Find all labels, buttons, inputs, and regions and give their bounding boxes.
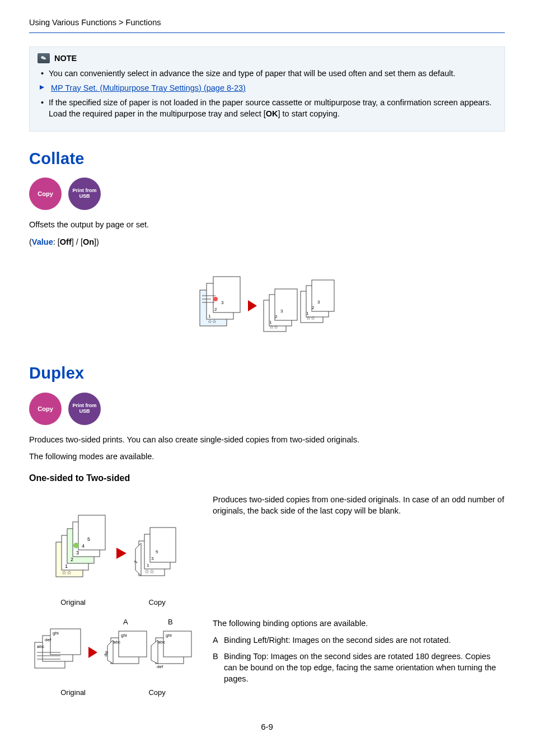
svg-text:3: 3: [317, 300, 320, 305]
svg-text:ghi: ghi: [121, 633, 127, 638]
svg-text:☆☆: ☆☆: [62, 570, 72, 576]
svg-text:def: def: [45, 637, 51, 642]
svg-rect-2: [213, 277, 240, 312]
binding-option-a: A Binding Left/Right: Images on the seco…: [213, 634, 505, 646]
collate-value-line: (Value: [Off] / [On]): [29, 236, 505, 248]
svg-text:2: 2: [275, 314, 278, 319]
note-bullet-1: You can conveniently select in advance t…: [41, 68, 496, 79]
note-label: NOTE: [54, 53, 77, 64]
collate-heading: Collate: [29, 147, 505, 170]
breadcrumb: Using Various Functions > Functions: [29, 17, 505, 33]
svg-rect-21: [312, 280, 334, 311]
svg-text:1: 1: [306, 311, 309, 316]
svg-point-7: [213, 297, 218, 301]
svg-text:3: 3: [151, 556, 154, 561]
svg-text:4: 4: [82, 543, 85, 549]
svg-marker-38: [116, 548, 127, 559]
svg-text:2: 2: [214, 307, 217, 312]
mp-tray-link[interactable]: MP Tray Set. (Multipurpose Tray Settings…: [51, 83, 246, 92]
print-from-usb-badge: Print from USB: [68, 178, 101, 210]
svg-text:abc: abc: [113, 640, 120, 645]
svg-text:B: B: [168, 618, 173, 626]
svg-marker-56: [88, 647, 97, 658]
svg-marker-11: [248, 300, 257, 311]
original-caption: Original: [60, 598, 86, 608]
duplex-figure-1: ☆☆ 1 2 3 4 5 ☆☆ 1 3 5 2: [29, 492, 197, 608]
svg-text:5: 5: [156, 549, 158, 554]
svg-point-31: [73, 543, 79, 548]
svg-text:3: 3: [280, 309, 283, 314]
copy-badge: Copy: [29, 178, 62, 210]
svg-text:☆☆: ☆☆: [144, 568, 154, 575]
svg-text:5: 5: [87, 536, 90, 542]
original-caption-2: Original: [60, 688, 86, 698]
svg-text:1: 1: [208, 314, 211, 319]
svg-text:☆☆: ☆☆: [269, 324, 278, 330]
note-bullet-2-post: ] to start copying.: [278, 109, 339, 118]
svg-text:☆☆: ☆☆: [208, 319, 217, 324]
svg-text:ghi: ghi: [53, 631, 59, 636]
copy-caption: Copy: [148, 598, 165, 608]
print-from-usb-badge-2: Print from USB: [68, 393, 101, 425]
page-number: 6-9: [29, 721, 505, 732]
collate-description: Offsets the output by page or set.: [29, 219, 505, 230]
svg-text:3: 3: [76, 550, 79, 556]
note-box: NOTE You can conveniently select in adva…: [29, 46, 505, 131]
svg-text:1: 1: [65, 563, 68, 569]
svg-text:☆☆: ☆☆: [306, 315, 315, 321]
binding-option-b: B Binding Top: Images on the second side…: [213, 651, 505, 685]
copy-badge-2: Copy: [29, 393, 62, 425]
note-icon: [38, 53, 50, 63]
note-bullet-2: If the specified size of paper is not lo…: [41, 97, 496, 120]
duplex-heading: Duplex: [29, 362, 505, 385]
svg-text:ghi: ghi: [166, 633, 172, 638]
copy-caption-2: Copy: [148, 688, 165, 698]
svg-text:1: 1: [147, 563, 149, 568]
duplex-desc-1: Produces two-sided prints. You can also …: [29, 434, 505, 445]
one-sided-to-two-sided-heading: One-sided to Two-sided: [29, 472, 505, 484]
svg-text:A: A: [123, 618, 128, 626]
note-link-item: MP Tray Set. (Multipurpose Tray Settings…: [41, 82, 496, 94]
duplex-desc-2: The following modes are available.: [29, 451, 505, 462]
svg-rect-14: [275, 289, 297, 320]
note-bullet-2-ok: OK: [266, 109, 278, 118]
svg-text:abc: abc: [158, 640, 165, 645]
svg-text:2: 2: [71, 557, 73, 562]
one-sided-desc: Produces two-sided copies from one-sided…: [213, 494, 505, 517]
binding-intro: The following binding options are availa…: [213, 618, 505, 629]
duplex-figure-2: abc def ghi A B abc ghi def: [29, 615, 197, 698]
collate-diagram: ☆☆ 1 2 3 ☆☆ 1 2 3 ☆☆: [194, 256, 340, 346]
svg-rect-41: [150, 528, 176, 562]
svg-text:1: 1: [269, 320, 272, 325]
svg-text:def: def: [157, 664, 163, 669]
svg-text:3: 3: [221, 300, 224, 305]
svg-text:2: 2: [312, 305, 315, 310]
svg-text:abc: abc: [37, 644, 44, 649]
